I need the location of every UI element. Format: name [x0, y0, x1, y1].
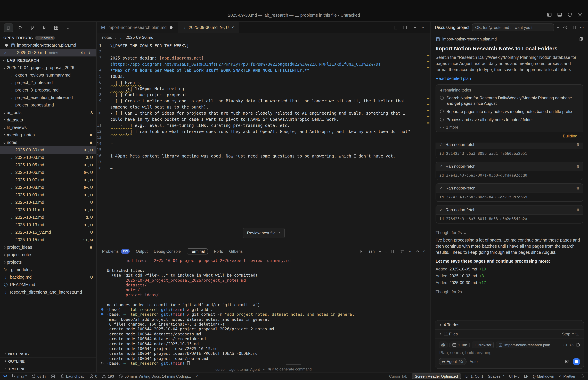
editor-line-wrap[interactable]: (https://app.diagrams.net/#G1aEs_DWIoROZ… [97, 61, 430, 67]
editor-line-4[interactable]: 4**Max of 40 hours per week of lab work … [97, 67, 430, 74]
chat-more-icon[interactable]: ⋯ [580, 25, 584, 29]
toggle-panel-icon[interactable] [557, 12, 562, 17]
shell-label[interactable]: zsh [369, 249, 375, 253]
todo-item[interactable]: Process and save all daily notes to note… [440, 117, 579, 122]
expand-icon[interactable]: ⇅ [576, 165, 580, 168]
file-2025-10-13-md[interactable]: ↓2025-10-13.md9+, U [0, 221, 96, 228]
tab-context-chip[interactable]: 1 Tab [450, 342, 469, 348]
file-project-execution-timeline-md[interactable]: ↓project_execution_timeline.md [0, 94, 96, 101]
browser-context-chip[interactable]: +Browser [472, 342, 494, 348]
editor-line-3[interactable]: 32025 system design: [app.diagrams.net] [97, 55, 430, 61]
todo-item[interactable]: Separate pages into daily notes vs meeti… [440, 109, 579, 114]
editor-line-13[interactable]: 13 [97, 135, 430, 141]
panel-tab-debug-console[interactable]: Debug Console [154, 249, 181, 253]
search-button[interactable] [16, 24, 25, 32]
file-2025-10-09-md[interactable]: ↓2025-10-09.md9+, U [0, 191, 96, 199]
thought-row[interactable]: Thought for 2s [436, 289, 583, 294]
panel-tab-terminal[interactable]: Terminal [187, 248, 208, 254]
tool-run-header[interactable]: ✓Ran notion-fetch⇅ [436, 184, 583, 192]
editor-layout-icon[interactable] [412, 25, 417, 30]
toggle-sidebar-icon[interactable] [547, 12, 552, 17]
file-2025-10-15-md[interactable]: ↓2025-10-15.md9+, M [0, 236, 96, 244]
editor-line-7[interactable]: 7 - [x] 1:00pm: Meta meeting [97, 86, 430, 92]
editor-line-14[interactable]: 14~ [97, 141, 430, 147]
tool-run-header[interactable]: ✓Ran notion-fetch⇅ [436, 143, 583, 149]
status-stash[interactable] [51, 374, 56, 379]
settings-gear-icon[interactable] [577, 12, 583, 17]
source-control-button[interactable] [28, 24, 37, 32]
close-panel-icon[interactable]: × [423, 249, 425, 253]
add-context-chip[interactable]: @ [439, 342, 447, 348]
file-expert-reviews-summary-md[interactable]: ↓expert_reviews_summary.md [0, 72, 96, 79]
plan-file-row[interactable]: import-notion-research.plan.md [436, 37, 583, 41]
added-file-row[interactable]: Added2025-10-05.md+19 [436, 266, 583, 272]
editor-line-9[interactable]: 9- [ ] Create timeline on my end to get … [97, 98, 430, 104]
terminal-icon[interactable] [360, 249, 364, 254]
status-time-tracker[interactable]: 50 mins Writing Docs, 14 mins Coding... [118, 374, 191, 379]
status-git-branch[interactable]: main* [11, 374, 27, 379]
file-gitmodules[interactable]: .gitmodules [0, 266, 96, 273]
editor-line-15[interactable]: 15 [97, 147, 430, 153]
file-project-proposal-md[interactable]: ↓project_proposal.md [0, 101, 96, 109]
shield-icon[interactable] [567, 12, 572, 17]
folder-notes[interactable]: notes [0, 139, 96, 146]
status-git-sync[interactable]: 0↓ 1↑ [31, 374, 46, 379]
chat-history-icon[interactable] [563, 25, 568, 30]
todo-card-header[interactable]: 4 remaining todos [440, 88, 579, 92]
review-next-file-button[interactable]: Review next file [243, 228, 285, 238]
file-2025-10-11-md[interactable]: ↓2025-10-11.md9+, U [0, 206, 96, 214]
open-editors-header[interactable]: OPEN EDITORS 1 unsaved [0, 34, 96, 41]
status-indentation[interactable]: Spaces: 4 [488, 374, 505, 378]
status-language-mode[interactable]: {}Markdown [533, 374, 554, 378]
split-terminal-icon[interactable] [391, 249, 396, 254]
editor-line-1[interactable]: 1\[PASTE THE GOALS FOR THE WEEK\] [97, 43, 430, 49]
command-decoration-icon[interactable] [101, 308, 103, 311]
file-research-directions-and-interests-md[interactable]: ↓research_directions_and_interests.md [0, 288, 96, 296]
panel-tab-ports[interactable]: Ports [214, 249, 223, 253]
folder-project-notes[interactable]: project_notes [0, 251, 96, 259]
todo-more[interactable]: ⋯ 1 more [440, 125, 579, 129]
editor-line-16[interactable]: 161:49pm: Meta content library meeting w… [97, 153, 430, 159]
file-project-3-proposal-md[interactable]: ↓project_3_proposal.md [0, 86, 96, 94]
folder-2025-10-04-project-proposal-2026[interactable]: 2025-10-04_project_proposal_2026 [0, 64, 96, 72]
status-prettier[interactable]: ✓Prettier [559, 374, 575, 378]
composer-files-row[interactable]: 11 Files Stop ⌃⌫ [435, 330, 584, 339]
open-editor-import-notion-research-plan-md[interactable]: import-notion-research.plan.md [0, 41, 96, 49]
new-terminal-icon[interactable]: + [379, 249, 381, 253]
status-cursor-position[interactable]: Ln 1, Col 1 [465, 374, 483, 378]
status-warnings[interactable]: 193 [102, 374, 114, 379]
file-2025-09-30-md[interactable]: ↓2025-09-30.md9+, U [0, 146, 96, 154]
added-file-row[interactable]: Added2025-09-30.md+17 [436, 279, 583, 286]
read-detailed-plan-link[interactable]: Read detailed plan [436, 76, 583, 81]
editor-line-18[interactable]: 18~ [97, 165, 430, 171]
close-icon[interactable]: × [231, 25, 234, 30]
stop-button[interactable]: Stop ⌃⌫ [562, 332, 580, 337]
command-decoration-icon[interactable] [101, 313, 103, 316]
status-screen-reader-optimized[interactable]: Screen Reader Optimized [412, 374, 461, 379]
command-decoration-icon[interactable] [101, 362, 103, 364]
file-2025-10-10-md[interactable]: ↓2025-10-10.mdU [0, 199, 96, 206]
kill-terminal-icon[interactable] [400, 249, 405, 254]
tool-run-header[interactable]: ✓Ran notion-fetch⇅ [436, 206, 583, 214]
section-notepads[interactable]: NOTEPADS [0, 350, 96, 357]
status-task-check[interactable]: ✓ [195, 374, 199, 378]
status-eol[interactable]: LF [524, 374, 529, 378]
file-2025-10-03-md[interactable]: ↓2025-10-03.md3, U [0, 154, 96, 161]
file-2025-10-08-md[interactable]: ↓2025-10-08.md9+, U [0, 184, 96, 191]
file-2025-10-06-md[interactable]: ↓2025-10-06.md9+, U [0, 169, 96, 176]
file-2025-10-15-v2-md[interactable]: ↓2025-10-15_v2.mdU [0, 228, 96, 236]
editor-line-11[interactable]: 11 - [ ] e.g., evals, fine-tuning LLMs, … [97, 122, 430, 129]
added-file-row[interactable]: Added2025-10-03.md+8 [436, 272, 583, 279]
more-actions-icon[interactable]: ⋯ [422, 25, 426, 29]
file-backlog-md[interactable]: ↓backlog.mdU [0, 273, 96, 281]
tab-2025-09-30-md[interactable]: ↓2025-09-30.md9+, U× [178, 22, 238, 33]
expand-icon[interactable]: ⇅ [576, 143, 580, 147]
image-attach-icon[interactable] [565, 359, 570, 364]
file-project-2-notes-md[interactable]: ↓project_2_notes.md [0, 79, 96, 86]
chat-columns-icon[interactable] [571, 25, 576, 30]
folder-datasets[interactable]: datasets [0, 116, 96, 124]
open-editor-2025-09-30-md[interactable]: ×↓2025-09-30.mdnotes9+, U [0, 49, 96, 57]
more-actions-icon[interactable]: ⋯ [409, 249, 413, 253]
stop-generation-button[interactable] [573, 358, 580, 365]
file-2025-10-12-md[interactable]: ↓2025-10-12.md2, U [0, 214, 96, 221]
